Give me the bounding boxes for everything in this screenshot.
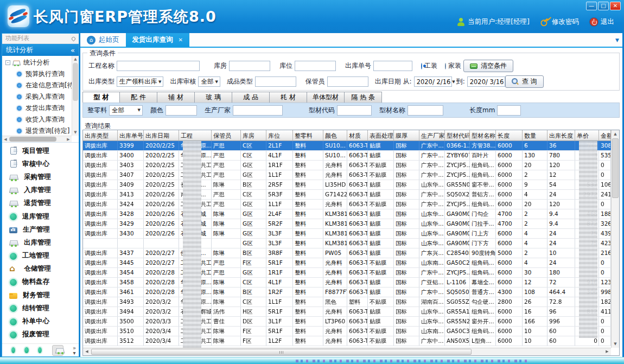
table-row-19[interactable]: 调拨出库35102020/3/4工共工程陈琳F区5R1F整料光身料6063-T5… (83, 327, 611, 336)
sidebar-group-2[interactable]: 采购管理 (2, 170, 79, 183)
outbound-audit-select[interactable]: 全部▼ (198, 76, 220, 87)
module-dot-button-2[interactable] (24, 347, 28, 353)
tab-1[interactable]: 发货出库查询✕ (126, 33, 189, 47)
module-dot-button-1[interactable] (11, 347, 15, 353)
tab-0[interactable]: ⌂起始页 (80, 33, 126, 47)
tree-item-0[interactable]: 预算执行查询 (2, 68, 72, 80)
sidebar-group-0[interactable]: 项目管理 (2, 144, 79, 157)
profile-name-input[interactable] (407, 105, 443, 116)
table-row-4[interactable]: 调拨出库34092020/2/25长...陈琳B区2R5F整料LI35HD606… (83, 180, 611, 190)
column-header-3[interactable]: 工程 (179, 130, 212, 141)
date-from-select[interactable]: 2020/ 2/16▼ (414, 76, 452, 87)
table-row-13[interactable]: 调拨出库34542020/2/28工共工程严思G区1R1F整料光身料6063-T… (83, 268, 611, 278)
sidebar-group-9[interactable]: ⌂仓储管理 (2, 263, 79, 276)
material-tab-1[interactable]: 配 件 (120, 92, 157, 103)
material-tab-5[interactable]: 耗 材 (270, 92, 307, 103)
sidebar-group-13[interactable]: 补单中心 (2, 315, 79, 328)
sidebar-group-4[interactable]: 退货管理 (2, 197, 79, 210)
column-header-10[interactable]: 表面处理 (368, 130, 394, 141)
material-tab-7[interactable]: 隔 热 条 (345, 92, 382, 103)
scroll-right-icon[interactable]: ▶ (603, 348, 611, 355)
material-tab-6[interactable]: 单体型材 (307, 92, 345, 103)
column-header-4[interactable]: 保管员 (212, 130, 241, 141)
table-row-14[interactable]: 调拨出库34582020/2/28华原...陈琳C区4L1F整料光身料6063-… (83, 278, 611, 288)
tree-expander-icon[interactable]: - (5, 60, 10, 65)
keeper-input[interactable] (327, 76, 368, 87)
module-cart-button[interactable] (52, 345, 63, 356)
scroll-down-icon[interactable]: ▼ (72, 129, 79, 136)
table-row-20[interactable]: 调拨出库35122020/3/4工共工程陈琳F区1L2F整料光身料6063-T5… (83, 336, 611, 346)
table-row-9[interactable]: 调拨出库34302020/2/26石城陈琳G区3L3F整料KLM38176063… (83, 229, 611, 239)
date-to-select[interactable]: 2020/ 3/16▼ (467, 76, 505, 87)
order-no-input[interactable] (373, 61, 412, 71)
table-row-7[interactable]: 调拨出库34282020/2/26石城陈琳G区2L4F整料KLM38176063… (83, 209, 611, 219)
pin-icon[interactable] (71, 36, 77, 41)
tree-root[interactable]: - 统计分析 (2, 57, 72, 68)
scroll-left-icon[interactable]: ◀ (2, 136, 9, 143)
length-input[interactable] (497, 105, 521, 116)
close-button[interactable]: ✕ (610, 2, 621, 10)
table-row-18[interactable]: 调拨出库35002020/3/3工共工程曹佳D区3L1F整料LT3P606063… (83, 317, 611, 327)
search-button[interactable]: 查 询 (505, 75, 544, 88)
tree-item-3[interactable]: 发货出库查询 (2, 103, 72, 114)
material-tab-3[interactable]: 玻 璃 (195, 92, 232, 103)
sidebar-group-7[interactable]: 出库管理 (2, 236, 79, 249)
column-header-2[interactable]: 出库日期 (144, 130, 179, 141)
column-header-5[interactable]: 库房 (241, 130, 266, 141)
module-dot-button-3[interactable] (38, 347, 42, 353)
minimize-button[interactable]: — (586, 2, 597, 10)
column-header-7[interactable]: 整零料 (293, 130, 323, 141)
column-header-12[interactable]: 生产厂家 (419, 130, 445, 141)
column-header-1[interactable]: 出库单号 (118, 130, 144, 141)
grid-vertical-scrollbar[interactable]: ▲ ▼ (611, 130, 619, 348)
scroll-down-icon[interactable]: ▼ (612, 340, 619, 348)
column-header-8[interactable]: 颜色 (323, 130, 347, 141)
outbound-type-select[interactable]: 生产领料出库▼ (117, 76, 163, 87)
table-row-16[interactable]: 调拨出库34932020/3/2华原...陈琳C区1L1F整料黑色塑料不贴膜国标… (83, 297, 611, 307)
table-row-5[interactable]: 调拨出库34132020/2/26南...严思C区5R3F整料G71422606… (83, 190, 611, 200)
tree-horizontal-scrollbar[interactable]: ◀ ▶ (2, 136, 72, 142)
column-header-11[interactable]: 膜厚 (394, 130, 419, 141)
stats-section-header[interactable]: 统计分析 « (2, 44, 79, 56)
column-header-16[interactable]: 数量 (523, 130, 547, 141)
color-input[interactable] (165, 105, 197, 116)
table-row-6[interactable]: 调拨出库34242020/2/26工共工程严思G区1L1F整料光身料6063-T… (83, 200, 611, 209)
table-row-1[interactable]: 调拨出库34002020/2/25华原...严思C区4L1F整料SU10...6… (83, 151, 611, 161)
maximize-button[interactable]: □ (598, 2, 609, 10)
table-row-11[interactable]: 调拨出库34372020/2/27佛...陈琳B区3R8F整料PW056063-… (83, 248, 611, 258)
sidebar-group-1[interactable]: 审核中心 (2, 157, 79, 170)
column-header-15[interactable]: 长度 (496, 130, 523, 141)
column-header-6[interactable]: 库位 (266, 130, 293, 141)
column-header-0[interactable]: 出库类型 (83, 130, 118, 141)
scroll-right-icon[interactable]: ▶ (65, 136, 72, 143)
table-row-8[interactable]: 调拨出库34292020/2/26石城陈琳G区5R2F整料KLM38176063… (83, 219, 611, 229)
grid-horizontal-scrollbar[interactable]: ◀ ▶ (83, 348, 611, 355)
table-row-17[interactable]: 调拨出库34942020/3/2石辉城汤伟H区5R1F整料光身料6063-T5贴… (83, 307, 611, 317)
material-tab-0[interactable]: 型 材 (82, 92, 120, 103)
table-row-3[interactable]: 调拨出库34072020/2/25工共工程严思G区1L1F整料光身料6063-T… (83, 170, 611, 180)
project-name-input[interactable] (117, 61, 200, 71)
sidebar-group-5[interactable]: 退库管理 (2, 210, 79, 223)
column-header-13[interactable]: 型材代码 (445, 130, 470, 141)
sidebar-group-8[interactable]: 工地管理 (2, 250, 79, 263)
scroll-up-icon[interactable]: ▲ (612, 130, 619, 138)
tree-vertical-scrollbar[interactable]: ▲ ▼ (72, 56, 79, 136)
tree-item-2[interactable]: 采购入库查询 (2, 91, 72, 103)
table-row-10[interactable]: G区3L3F整料KLM38176063-T5贴膜国标山东华...GA90M09.… (83, 239, 611, 248)
scroll-up-icon[interactable]: ▲ (72, 56, 79, 62)
column-header-14[interactable]: 型材名称 (470, 130, 496, 141)
change-password-button[interactable]: 修改密码 (540, 17, 579, 27)
sidebar-group-11[interactable]: 财务管理 (2, 289, 79, 302)
collapse-icon[interactable]: « (71, 46, 75, 54)
column-header-18[interactable]: 单价 (575, 130, 599, 141)
scroll-left-icon[interactable]: ◀ (83, 348, 91, 355)
home-clothing-radio[interactable] (445, 63, 446, 69)
tab-close-icon[interactable]: ✕ (179, 37, 183, 43)
column-header-17[interactable]: 出库长度 (547, 130, 575, 141)
tree-item-4[interactable]: 收货入库查询 (2, 114, 72, 125)
clear-conditions-button[interactable]: 清空条件 (463, 60, 513, 72)
whole-piece-select[interactable]: 全部▼ (109, 105, 143, 116)
column-header-9[interactable]: 材质 (347, 130, 368, 141)
profile-code-input[interactable] (337, 105, 372, 116)
material-tab-4[interactable]: 成 品 (232, 92, 270, 103)
